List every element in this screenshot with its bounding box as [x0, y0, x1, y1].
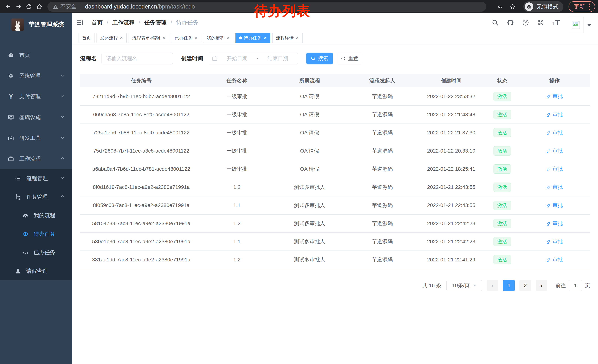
table-row: 381aa1dd-7ac8-11ec-a9e2-a2380e71991a 1.2… [80, 251, 590, 269]
cell-task-id: 381aa1dd-7ac8-11ec-a9e2-a2380e71991a [80, 251, 202, 269]
tab-form-edit[interactable]: 流程表单-编辑✕ [129, 33, 169, 43]
sidebar-item-leave-query[interactable]: 请假查询 [0, 262, 72, 280]
sidebar-item-payment[interactable]: ¥ 支付管理 [0, 86, 72, 107]
approve-button[interactable]: 审批 [546, 202, 563, 209]
sidebar-item-done-tasks[interactable]: 已办任务 [0, 243, 72, 262]
bookmark-star-icon[interactable] [507, 1, 518, 12]
search-icon[interactable] [492, 19, 499, 26]
date-range-picker[interactable]: 开始日期 - 结束日期 [208, 53, 298, 65]
table-row: 73211d9d-7b9b-11ec-b5b7-acde48001122 一级审… [80, 87, 590, 105]
incognito-label: 无痕模式 [536, 3, 558, 11]
sidebar-item-workflow[interactable]: 工作流程 [0, 148, 72, 169]
col-starter: 流程发起人 [348, 74, 417, 87]
edit-pencil-icon [546, 257, 551, 262]
browser-update-button[interactable]: 更新 [569, 1, 595, 12]
breadcrumb-task-manage[interactable]: 任务管理 [144, 19, 166, 26]
reset-button[interactable]: 重置 [337, 53, 362, 65]
process-name-input[interactable] [101, 53, 173, 65]
tab-process-detail[interactable]: 流程详情✕ [272, 33, 302, 43]
close-icon[interactable]: ✕ [194, 36, 198, 40]
tab-done-tasks[interactable]: 已办任务✕ [171, 33, 201, 43]
approve-button[interactable]: 审批 [546, 184, 563, 191]
approve-button[interactable]: 审批 [546, 166, 563, 173]
sidebar-item-devtools[interactable]: 研发工具 [0, 128, 72, 148]
github-icon[interactable] [507, 19, 514, 26]
next-page-button[interactable]: › [536, 280, 547, 291]
approve-button[interactable]: 审批 [546, 220, 563, 227]
cell-process: 测试多审批人 [271, 233, 348, 251]
table-header-row: 任务编号 任务名称 所属流程 流程发起人 创建时间 状态 操作 [80, 74, 590, 87]
close-icon[interactable]: ✕ [295, 36, 299, 40]
prev-page-button[interactable]: ‹ [487, 280, 498, 291]
sidebar-item-todo-tasks[interactable]: 待办任务 [0, 225, 72, 243]
browser-reload-button[interactable] [24, 1, 34, 12]
page-size-select[interactable]: 10条/页 [447, 280, 482, 291]
sidebar-toggle-icon[interactable] [76, 18, 84, 27]
cell-starter: 芋道源码 [348, 124, 417, 142]
breadcrumb-workflow[interactable]: 工作流程 [112, 19, 134, 26]
status-badge: 激活 [493, 92, 511, 101]
goto-page-input[interactable] [569, 280, 582, 291]
tab-start-process[interactable]: 发起流程✕ [97, 33, 126, 43]
cell-task-id: 58154733-7ac8-11ec-a9e2-a2380e71991a [80, 214, 202, 233]
password-key-icon[interactable] [495, 1, 506, 12]
cell-task-id: 725a1eb6-7b88-11ec-8ef0-acde48001122 [80, 124, 202, 142]
cell-process: 测试多审批人 [271, 251, 348, 269]
approve-button[interactable]: 审批 [546, 111, 563, 118]
breadcrumb-home[interactable]: 首页 [91, 19, 103, 26]
browser-forward-button[interactable] [13, 1, 24, 12]
approve-button[interactable]: 审批 [546, 256, 563, 263]
browser-home-button[interactable] [34, 1, 44, 12]
sidebar-item-task-manage[interactable]: 任务管理 [0, 188, 72, 206]
refresh-icon [341, 56, 346, 61]
col-create-time: 创建时间 [417, 74, 486, 87]
cell-task-name: 一级审批 [202, 105, 271, 124]
user-menu[interactable] [568, 17, 591, 33]
page-button-2[interactable]: 2 [519, 280, 531, 291]
col-task-name: 任务名称 [202, 74, 271, 87]
security-label: 不安全 [60, 3, 76, 10]
sidebar-item-infra[interactable]: 基础设施 [0, 107, 72, 128]
not-secure-indicator[interactable]: 不安全 [53, 3, 76, 10]
edit-pencil-icon [546, 167, 551, 171]
chevron-down-icon [473, 284, 476, 286]
help-icon[interactable] [522, 19, 529, 26]
edit-pencil-icon [546, 203, 551, 208]
close-icon[interactable]: ✕ [263, 36, 267, 40]
cell-starter: 芋道源码 [348, 105, 417, 124]
approve-button[interactable]: 审批 [546, 238, 563, 245]
logo-image [11, 18, 24, 31]
cell-starter: 芋道源码 [348, 142, 417, 160]
table-row: 58154733-7ac8-11ec-a9e2-a2380e71991a 1.2… [80, 214, 590, 233]
sidebar-item-home[interactable]: 首页 [0, 45, 72, 65]
close-icon[interactable]: ✕ [226, 36, 230, 40]
fullscreen-icon[interactable] [537, 19, 544, 26]
approve-button[interactable]: 审批 [546, 147, 563, 154]
caret-down-icon [587, 24, 591, 26]
approve-button[interactable]: 审批 [546, 129, 563, 136]
cell-starter: 芋道源码 [348, 160, 417, 178]
font-size-icon[interactable]: TT [552, 19, 560, 26]
cell-create-time: 2022-01-22 21:48:48 [417, 105, 486, 124]
sidebar-item-system[interactable]: 系统管理 [0, 65, 72, 86]
search-button[interactable]: 搜索 [307, 53, 333, 65]
tab-todo-tasks[interactable]: 待办任务✕ [235, 33, 270, 43]
browser-back-button[interactable] [3, 1, 13, 12]
chevron-up-icon [60, 194, 65, 200]
cell-starter: 芋道源码 [348, 196, 417, 214]
chevron-down-icon [60, 94, 65, 100]
sidebar-item-process-manage[interactable]: 流程管理 [0, 169, 72, 188]
approve-button[interactable]: 审批 [546, 93, 563, 100]
sidebar-item-my-process[interactable]: 我的流程 [0, 206, 72, 225]
close-icon[interactable]: ✕ [162, 36, 166, 40]
cell-create-time: 2022-01-21 22:41:29 [417, 251, 486, 269]
app-logo[interactable]: 芋道管理系统 [0, 13, 72, 36]
status-badge: 激活 [493, 128, 511, 138]
page-button-1[interactable]: 1 [503, 280, 515, 291]
tab-my-process[interactable]: 我的流程✕ [203, 33, 233, 43]
browser-menu-icon[interactable] [588, 3, 591, 11]
chevron-down-icon [60, 73, 65, 79]
close-icon[interactable]: ✕ [120, 36, 123, 40]
tab-home[interactable]: 首页 [79, 33, 94, 43]
avatar[interactable] [568, 17, 584, 33]
